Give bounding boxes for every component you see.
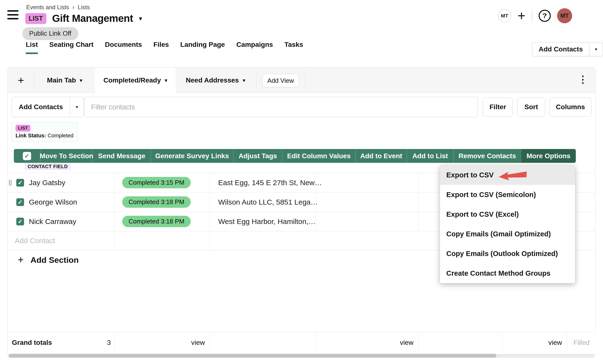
send-message-button[interactable]: Send Message [93, 149, 151, 163]
grand-totals-count: 3 [107, 339, 114, 347]
contact-name[interactable]: Jay Gatsby [29, 179, 65, 187]
menu-item-export-csv[interactable]: Export to CSV [440, 165, 575, 185]
more-options-menu: Export to CSV Export to CSV (Semicolon) … [440, 165, 575, 283]
address-cell[interactable]: East Egg, 145 E 27th St, New… [210, 173, 316, 192]
nav-tab-documents[interactable]: Documents [105, 41, 142, 54]
contact-field-column-header: CONTACT FIELD [24, 163, 71, 170]
title-caret-down-icon[interactable]: ▾ [139, 15, 142, 22]
empty-cell[interactable] [316, 231, 419, 250]
address-cell[interactable]: Wilson Auto LLC, 5851 Lega… [210, 192, 316, 212]
empty-cell[interactable] [210, 231, 316, 250]
generate-survey-links-button[interactable]: Generate Survey Links [151, 149, 233, 163]
status-badge: Completed 3:18 PM [122, 216, 191, 227]
scrollbar-thumb[interactable] [9, 354, 496, 358]
list-badge: LIST [16, 125, 30, 132]
add-to-list-button[interactable]: Add to List [407, 149, 453, 163]
view-link[interactable]: view [191, 339, 205, 347]
menu-item-label: Export to CSV [446, 171, 494, 179]
add-contacts-caret[interactable]: ▾ [589, 43, 603, 56]
kebab-menu-icon[interactable]: ⋮ [578, 74, 588, 85]
edit-column-values-button[interactable]: Edit Column Values [282, 149, 355, 163]
menu-item-copy-emails-outlook[interactable]: Copy Emails (Outlook Optimized) [440, 244, 575, 264]
menu-item-copy-emails-gmail[interactable]: Copy Emails (Gmail Optimized) [440, 224, 575, 244]
totals-empty-cell [419, 332, 502, 353]
empty-cell[interactable] [316, 173, 419, 192]
add-contacts-caret[interactable]: ▾ [70, 97, 84, 117]
view-tab-completed-ready[interactable]: Completed/Ready ▾ [95, 67, 176, 93]
breadcrumb-parent[interactable]: Events and Lists [26, 4, 69, 11]
menu-item-export-csv-excel[interactable]: Export to CSV (Excel) [440, 205, 575, 224]
nav-tab-files[interactable]: Files [153, 41, 169, 54]
add-to-event-button[interactable]: Add to Event [355, 149, 407, 163]
filter-button[interactable]: Filter [483, 98, 513, 116]
horizontal-scrollbar [9, 354, 594, 358]
add-contacts-label[interactable]: Add Contacts [532, 43, 589, 56]
contact-name[interactable]: Nick Carraway [29, 217, 76, 226]
create-new-plus-icon[interactable]: + [518, 9, 525, 22]
name-cell: ✓ George Wilson [8, 192, 115, 212]
status-badge: Completed 3:15 PM [122, 177, 191, 188]
view-link[interactable]: view [400, 339, 414, 347]
row-checkbox[interactable]: ✓ [16, 198, 24, 206]
menu-item-create-contact-method-groups[interactable]: Create Contact Method Groups [440, 264, 575, 283]
view-tab-need-addresses[interactable]: Need Addresses ▾ [176, 67, 255, 93]
view-tab-label: Completed/Ready [104, 77, 161, 84]
public-link-status-pill[interactable]: Public Link Off [22, 27, 78, 40]
status-cell: Completed 3:18 PM [115, 212, 210, 231]
title-row: LIST Gift Management ▾ [25, 13, 142, 24]
status-cell: Completed 3:15 PM [115, 173, 210, 192]
status-cell: Completed 3:18 PM [115, 192, 210, 212]
more-options-button[interactable]: More Options [521, 149, 576, 163]
add-section-button[interactable]: + Add Section [8, 255, 79, 265]
nav-tab-seating-chart[interactable]: Seating Chart [49, 41, 93, 54]
hamburger-menu-icon[interactable] [7, 10, 18, 19]
list-type-badge: LIST [25, 13, 46, 24]
address-cell[interactable]: West Egg Harbor, Hamilton,… [210, 212, 316, 231]
filter-contacts-input[interactable] [84, 97, 478, 117]
view-link[interactable]: view [548, 339, 562, 347]
add-tab-button[interactable]: + [8, 67, 34, 93]
nav-tab-list[interactable]: List [26, 41, 38, 54]
contact-name[interactable]: George Wilson [29, 198, 77, 206]
select-all-checkbox[interactable]: ✓ [23, 152, 31, 160]
user-avatar[interactable]: MT [557, 8, 572, 23]
add-contact-placeholder[interactable]: Add Contact [8, 237, 55, 245]
adjust-tags-button[interactable]: Adjust Tags [233, 149, 282, 163]
chevron-down-icon[interactable]: ▾ [165, 78, 167, 83]
sort-button[interactable]: Sort [517, 98, 545, 116]
view-tab-main-tab[interactable]: Main Tab ▾ [34, 67, 95, 93]
add-view-button[interactable]: Add View [262, 74, 299, 87]
nav-tab-tasks[interactable]: Tasks [285, 41, 303, 54]
row-checkbox[interactable]: ✓ [16, 179, 24, 187]
totals-view-cell: view [502, 332, 567, 353]
name-cell: ✓ Jay Gatsby [8, 173, 115, 192]
view-tabs-strip: + Main Tab ▾ Completed/Ready ▾ Need Addr… [8, 67, 595, 93]
menu-item-export-csv-semicolon[interactable]: Export to CSV (Semicolon) [440, 185, 575, 205]
totals-empty-cell [210, 332, 316, 353]
row-checkbox[interactable]: ✓ [16, 218, 24, 225]
remove-contacts-button[interactable]: Remove Contacts [453, 149, 521, 163]
add-contacts-label[interactable]: Add Contacts [12, 97, 70, 117]
empty-cell[interactable] [316, 192, 419, 212]
bulk-action-bar: ✓ Move To Section Send Message Generate … [14, 149, 576, 163]
org-avatar[interactable]: MT [498, 9, 511, 22]
header-divider [532, 10, 532, 22]
move-to-section-button[interactable]: Move To Section [40, 149, 93, 163]
chevron-down-icon[interactable]: ▾ [243, 78, 245, 83]
link-status-label: Link Status: [16, 132, 46, 139]
select-all-cell: ✓ [14, 149, 40, 163]
add-contacts-split-button[interactable]: Add Contacts ▾ [12, 97, 84, 117]
link-status-chip[interactable]: LIST Link Status: Completed [11, 122, 78, 142]
drag-handle-icon[interactable] [9, 180, 12, 186]
chevron-down-icon[interactable]: ▾ [80, 78, 82, 83]
add-contact-cell[interactable]: Add Contact [8, 231, 115, 250]
breadcrumb-current[interactable]: Lists [78, 4, 90, 11]
empty-cell[interactable] [115, 231, 210, 250]
nav-tab-landing-page[interactable]: Landing Page [180, 41, 225, 54]
help-icon[interactable]: ? [539, 10, 551, 22]
filled-label: Filled [573, 339, 590, 347]
nav-tab-campaigns[interactable]: Campaigns [236, 41, 273, 54]
empty-cell[interactable] [316, 212, 419, 231]
add-contacts-button-top[interactable]: Add Contacts ▾ [532, 42, 603, 56]
columns-button[interactable]: Columns [550, 98, 591, 116]
